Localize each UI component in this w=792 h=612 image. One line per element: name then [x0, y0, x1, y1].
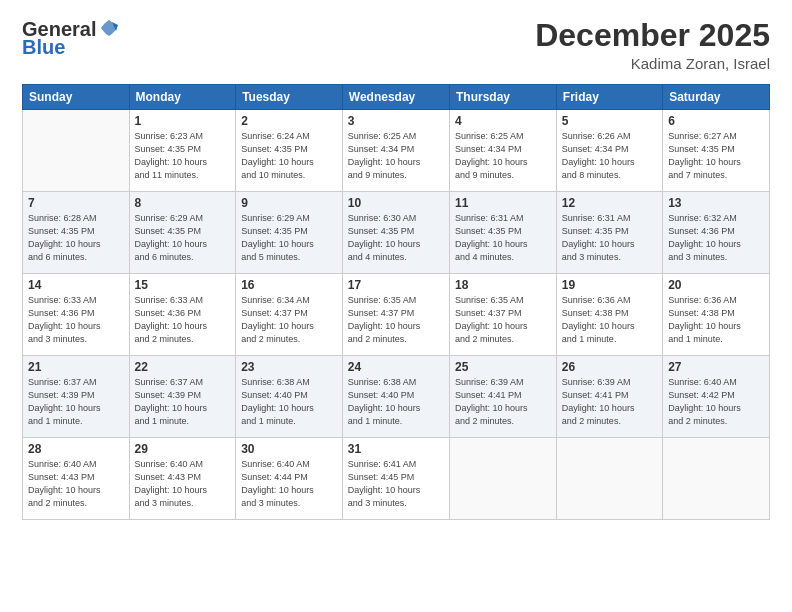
table-row	[450, 438, 557, 520]
day-info: Sunrise: 6:29 AMSunset: 4:35 PMDaylight:…	[135, 212, 231, 264]
table-row: 14Sunrise: 6:33 AMSunset: 4:36 PMDayligh…	[23, 274, 130, 356]
day-number: 17	[348, 278, 444, 292]
table-row: 26Sunrise: 6:39 AMSunset: 4:41 PMDayligh…	[556, 356, 662, 438]
day-number: 1	[135, 114, 231, 128]
calendar-week-row: 1Sunrise: 6:23 AMSunset: 4:35 PMDaylight…	[23, 110, 770, 192]
day-info: Sunrise: 6:33 AMSunset: 4:36 PMDaylight:…	[28, 294, 124, 346]
table-row: 30Sunrise: 6:40 AMSunset: 4:44 PMDayligh…	[236, 438, 343, 520]
day-info: Sunrise: 6:40 AMSunset: 4:44 PMDaylight:…	[241, 458, 337, 510]
calendar-week-row: 21Sunrise: 6:37 AMSunset: 4:39 PMDayligh…	[23, 356, 770, 438]
day-number: 27	[668, 360, 764, 374]
title-block: December 2025 Kadima Zoran, Israel	[535, 18, 770, 72]
location: Kadima Zoran, Israel	[535, 55, 770, 72]
day-info: Sunrise: 6:39 AMSunset: 4:41 PMDaylight:…	[455, 376, 551, 428]
day-number: 5	[562, 114, 657, 128]
day-info: Sunrise: 6:36 AMSunset: 4:38 PMDaylight:…	[562, 294, 657, 346]
day-number: 3	[348, 114, 444, 128]
day-info: Sunrise: 6:24 AMSunset: 4:35 PMDaylight:…	[241, 130, 337, 182]
table-row	[556, 438, 662, 520]
day-info: Sunrise: 6:39 AMSunset: 4:41 PMDaylight:…	[562, 376, 657, 428]
table-row: 19Sunrise: 6:36 AMSunset: 4:38 PMDayligh…	[556, 274, 662, 356]
day-info: Sunrise: 6:34 AMSunset: 4:37 PMDaylight:…	[241, 294, 337, 346]
table-row: 9Sunrise: 6:29 AMSunset: 4:35 PMDaylight…	[236, 192, 343, 274]
table-row: 20Sunrise: 6:36 AMSunset: 4:38 PMDayligh…	[663, 274, 770, 356]
calendar-table: Sunday Monday Tuesday Wednesday Thursday…	[22, 84, 770, 520]
day-number: 13	[668, 196, 764, 210]
day-info: Sunrise: 6:38 AMSunset: 4:40 PMDaylight:…	[348, 376, 444, 428]
day-number: 8	[135, 196, 231, 210]
day-number: 25	[455, 360, 551, 374]
day-number: 15	[135, 278, 231, 292]
day-info: Sunrise: 6:29 AMSunset: 4:35 PMDaylight:…	[241, 212, 337, 264]
day-number: 14	[28, 278, 124, 292]
day-number: 11	[455, 196, 551, 210]
day-info: Sunrise: 6:31 AMSunset: 4:35 PMDaylight:…	[455, 212, 551, 264]
col-sunday: Sunday	[23, 85, 130, 110]
table-row: 6Sunrise: 6:27 AMSunset: 4:35 PMDaylight…	[663, 110, 770, 192]
day-number: 29	[135, 442, 231, 456]
day-number: 24	[348, 360, 444, 374]
table-row: 18Sunrise: 6:35 AMSunset: 4:37 PMDayligh…	[450, 274, 557, 356]
table-row: 31Sunrise: 6:41 AMSunset: 4:45 PMDayligh…	[342, 438, 449, 520]
table-row: 24Sunrise: 6:38 AMSunset: 4:40 PMDayligh…	[342, 356, 449, 438]
day-number: 9	[241, 196, 337, 210]
day-number: 23	[241, 360, 337, 374]
day-info: Sunrise: 6:40 AMSunset: 4:43 PMDaylight:…	[135, 458, 231, 510]
col-monday: Monday	[129, 85, 236, 110]
day-info: Sunrise: 6:37 AMSunset: 4:39 PMDaylight:…	[135, 376, 231, 428]
calendar-week-row: 28Sunrise: 6:40 AMSunset: 4:43 PMDayligh…	[23, 438, 770, 520]
day-info: Sunrise: 6:25 AMSunset: 4:34 PMDaylight:…	[348, 130, 444, 182]
table-row: 3Sunrise: 6:25 AMSunset: 4:34 PMDaylight…	[342, 110, 449, 192]
day-info: Sunrise: 6:23 AMSunset: 4:35 PMDaylight:…	[135, 130, 231, 182]
day-info: Sunrise: 6:26 AMSunset: 4:34 PMDaylight:…	[562, 130, 657, 182]
day-info: Sunrise: 6:38 AMSunset: 4:40 PMDaylight:…	[241, 376, 337, 428]
table-row: 29Sunrise: 6:40 AMSunset: 4:43 PMDayligh…	[129, 438, 236, 520]
day-info: Sunrise: 6:40 AMSunset: 4:43 PMDaylight:…	[28, 458, 124, 510]
table-row: 8Sunrise: 6:29 AMSunset: 4:35 PMDaylight…	[129, 192, 236, 274]
day-info: Sunrise: 6:27 AMSunset: 4:35 PMDaylight:…	[668, 130, 764, 182]
day-info: Sunrise: 6:35 AMSunset: 4:37 PMDaylight:…	[348, 294, 444, 346]
table-row: 27Sunrise: 6:40 AMSunset: 4:42 PMDayligh…	[663, 356, 770, 438]
table-row: 15Sunrise: 6:33 AMSunset: 4:36 PMDayligh…	[129, 274, 236, 356]
col-saturday: Saturday	[663, 85, 770, 110]
table-row: 4Sunrise: 6:25 AMSunset: 4:34 PMDaylight…	[450, 110, 557, 192]
table-row: 16Sunrise: 6:34 AMSunset: 4:37 PMDayligh…	[236, 274, 343, 356]
col-thursday: Thursday	[450, 85, 557, 110]
month-title: December 2025	[535, 18, 770, 53]
day-number: 4	[455, 114, 551, 128]
day-number: 31	[348, 442, 444, 456]
day-info: Sunrise: 6:41 AMSunset: 4:45 PMDaylight:…	[348, 458, 444, 510]
day-number: 7	[28, 196, 124, 210]
table-row	[663, 438, 770, 520]
table-row: 2Sunrise: 6:24 AMSunset: 4:35 PMDaylight…	[236, 110, 343, 192]
table-row: 5Sunrise: 6:26 AMSunset: 4:34 PMDaylight…	[556, 110, 662, 192]
day-number: 2	[241, 114, 337, 128]
day-info: Sunrise: 6:37 AMSunset: 4:39 PMDaylight:…	[28, 376, 124, 428]
day-number: 12	[562, 196, 657, 210]
table-row: 25Sunrise: 6:39 AMSunset: 4:41 PMDayligh…	[450, 356, 557, 438]
day-number: 6	[668, 114, 764, 128]
col-friday: Friday	[556, 85, 662, 110]
page: General Blue December 2025 Kadima Zoran,…	[0, 0, 792, 612]
day-info: Sunrise: 6:28 AMSunset: 4:35 PMDaylight:…	[28, 212, 124, 264]
logo-icon	[98, 17, 120, 39]
table-row: 28Sunrise: 6:40 AMSunset: 4:43 PMDayligh…	[23, 438, 130, 520]
day-info: Sunrise: 6:33 AMSunset: 4:36 PMDaylight:…	[135, 294, 231, 346]
table-row: 13Sunrise: 6:32 AMSunset: 4:36 PMDayligh…	[663, 192, 770, 274]
day-info: Sunrise: 6:32 AMSunset: 4:36 PMDaylight:…	[668, 212, 764, 264]
col-wednesday: Wednesday	[342, 85, 449, 110]
calendar-week-row: 14Sunrise: 6:33 AMSunset: 4:36 PMDayligh…	[23, 274, 770, 356]
table-row: 23Sunrise: 6:38 AMSunset: 4:40 PMDayligh…	[236, 356, 343, 438]
day-number: 22	[135, 360, 231, 374]
day-info: Sunrise: 6:31 AMSunset: 4:35 PMDaylight:…	[562, 212, 657, 264]
day-number: 30	[241, 442, 337, 456]
table-row: 7Sunrise: 6:28 AMSunset: 4:35 PMDaylight…	[23, 192, 130, 274]
table-row: 22Sunrise: 6:37 AMSunset: 4:39 PMDayligh…	[129, 356, 236, 438]
day-number: 16	[241, 278, 337, 292]
day-info: Sunrise: 6:25 AMSunset: 4:34 PMDaylight:…	[455, 130, 551, 182]
table-row: 12Sunrise: 6:31 AMSunset: 4:35 PMDayligh…	[556, 192, 662, 274]
calendar-header-row: Sunday Monday Tuesday Wednesday Thursday…	[23, 85, 770, 110]
table-row: 1Sunrise: 6:23 AMSunset: 4:35 PMDaylight…	[129, 110, 236, 192]
day-info: Sunrise: 6:36 AMSunset: 4:38 PMDaylight:…	[668, 294, 764, 346]
header: General Blue December 2025 Kadima Zoran,…	[22, 18, 770, 72]
